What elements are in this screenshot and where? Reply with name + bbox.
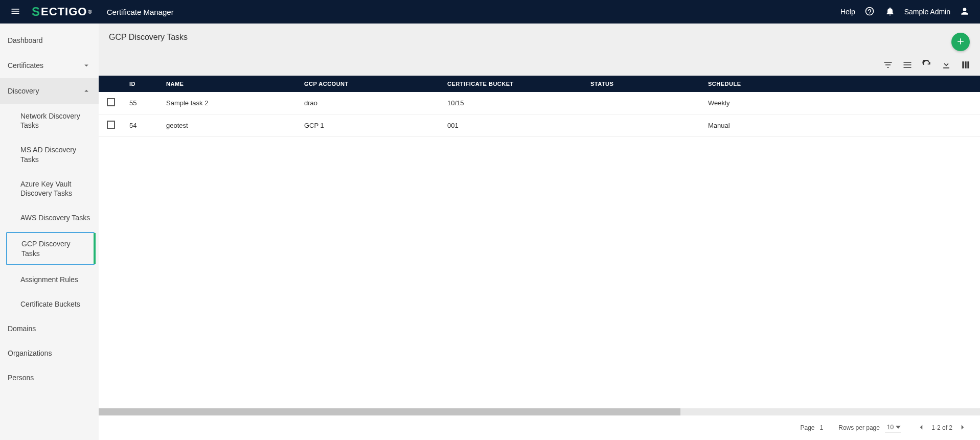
page-range-label: 1-2 of 2 bbox=[931, 424, 952, 431]
cell-account: drao bbox=[298, 92, 441, 114]
prev-page-button[interactable] bbox=[916, 423, 926, 433]
sidebar-item-label: Persons bbox=[8, 374, 34, 382]
columns-button[interactable] bbox=[961, 60, 971, 71]
sidebar-item-certificates[interactable]: Certificates bbox=[0, 53, 99, 78]
sidebar-subitem-gcp-discovery[interactable]: GCP Discovery Tasks bbox=[6, 232, 95, 265]
brand-logo: SECTIGO® bbox=[32, 5, 93, 19]
column-header-account[interactable]: GCP ACCOUNT bbox=[298, 76, 441, 92]
sidebar-item-label: Dashboard bbox=[8, 36, 43, 44]
sidebar-item-label: Certificate Buckets bbox=[20, 300, 80, 308]
sidebar-subitem-azure-discovery[interactable]: Azure Key Vault Discovery Tasks bbox=[0, 172, 99, 205]
chevron-up-icon bbox=[82, 86, 91, 96]
page-header: GCP Discovery Tasks bbox=[99, 24, 980, 57]
sidebar-item-label: Assignment Rules bbox=[20, 275, 78, 284]
app-title: Certificate Manager bbox=[107, 8, 174, 16]
refresh-icon bbox=[922, 60, 932, 72]
cell-name: Sample task 2 bbox=[160, 92, 298, 114]
column-header-bucket[interactable]: CERTIFICATE BUCKET bbox=[441, 76, 584, 92]
cell-schedule: Manual bbox=[702, 114, 980, 137]
brand-reg: ® bbox=[88, 9, 92, 15]
brand-text: ECTIGO bbox=[41, 5, 87, 18]
table-pagination: Page 1 Rows per page 10 1-2 of 2 bbox=[99, 415, 980, 440]
chevron-down-icon bbox=[82, 61, 91, 70]
filter-icon bbox=[883, 60, 893, 72]
user-menu-button[interactable] bbox=[959, 6, 971, 18]
table-scroll[interactable]: ID NAME GCP ACCOUNT CERTIFICATE BUCKET S… bbox=[99, 76, 980, 408]
sidebar-subitem-msad-discovery[interactable]: MS AD Discovery Tasks bbox=[0, 137, 99, 171]
sidebar-item-label: Discovery bbox=[8, 87, 39, 95]
cell-bucket: 001 bbox=[441, 114, 584, 137]
page-label: Page bbox=[801, 424, 815, 431]
horizontal-scrollbar[interactable] bbox=[99, 408, 980, 415]
download-icon bbox=[941, 60, 951, 72]
sidebar-scroll[interactable]: Dashboard Certificates Discovery Network… bbox=[0, 24, 99, 440]
menu-toggle-button[interactable] bbox=[9, 6, 21, 18]
page-title: GCP Discovery Tasks bbox=[109, 33, 188, 42]
refresh-button[interactable] bbox=[922, 60, 932, 71]
help-circle-icon bbox=[864, 6, 875, 18]
cell-status bbox=[584, 92, 702, 114]
person-icon bbox=[960, 6, 970, 18]
topbar: SECTIGO® Certificate Manager Help Sample… bbox=[0, 0, 980, 24]
row-checkbox[interactable] bbox=[107, 121, 115, 129]
sidebar-item-discovery[interactable]: Discovery bbox=[0, 78, 99, 104]
sidebar-item-label: Domains bbox=[8, 325, 36, 333]
sidebar-item-label: MS AD Discovery Tasks bbox=[20, 146, 76, 163]
sidebar-item-persons[interactable]: Persons bbox=[0, 365, 99, 390]
sidebar-item-label: Network Discovery Tasks bbox=[20, 112, 80, 129]
help-link[interactable]: Help bbox=[840, 8, 855, 16]
sidebar-subitem-assignment-rules[interactable]: Assignment Rules bbox=[0, 267, 99, 292]
table-row[interactable]: 54 geotest GCP 1 001 Manual bbox=[99, 114, 980, 137]
next-page-button[interactable] bbox=[958, 423, 968, 433]
cell-status bbox=[584, 114, 702, 137]
cell-id: 55 bbox=[123, 92, 160, 114]
cell-account: GCP 1 bbox=[298, 114, 441, 137]
rows-per-page-label: Rows per page bbox=[838, 424, 880, 431]
column-header-id[interactable]: ID bbox=[123, 76, 160, 92]
row-checkbox[interactable] bbox=[107, 98, 115, 106]
sidebar-item-label: Azure Key Vault Discovery Tasks bbox=[20, 180, 72, 197]
chevron-right-icon bbox=[958, 423, 967, 433]
chevron-left-icon bbox=[917, 423, 926, 433]
bell-icon bbox=[885, 6, 895, 18]
tasks-table: ID NAME GCP ACCOUNT CERTIFICATE BUCKET S… bbox=[99, 76, 980, 137]
sidebar-item-domains[interactable]: Domains bbox=[0, 316, 99, 341]
cell-schedule: Weekly bbox=[702, 92, 980, 114]
user-name-label: Sample Admin bbox=[904, 8, 950, 16]
sidebar-item-dashboard[interactable]: Dashboard bbox=[0, 28, 99, 53]
column-header-name[interactable]: NAME bbox=[160, 76, 298, 92]
filter-button[interactable] bbox=[883, 60, 893, 71]
table-row[interactable]: 55 Sample task 2 drao 10/15 Weekly bbox=[99, 92, 980, 114]
sidebar-item-organizations[interactable]: Organizations bbox=[0, 341, 99, 365]
columns-icon bbox=[961, 60, 971, 72]
cell-bucket: 10/15 bbox=[441, 92, 584, 114]
sidebar-subitem-certificate-buckets[interactable]: Certificate Buckets bbox=[0, 292, 99, 316]
page-value: 1 bbox=[820, 424, 824, 431]
group-button[interactable] bbox=[902, 60, 913, 71]
cell-id: 54 bbox=[123, 114, 160, 137]
column-header-status[interactable]: STATUS bbox=[584, 76, 702, 92]
sidebar-subitem-aws-discovery[interactable]: AWS Discovery Tasks bbox=[0, 205, 99, 230]
cell-name: geotest bbox=[160, 114, 298, 137]
notifications-button[interactable] bbox=[884, 6, 896, 18]
content-area: GCP Discovery Tasks ID NAME bbox=[99, 24, 980, 440]
sidebar-subitem-network-discovery[interactable]: Network Discovery Tasks bbox=[0, 104, 99, 137]
add-task-button[interactable] bbox=[951, 33, 970, 51]
download-button[interactable] bbox=[941, 60, 951, 71]
sidebar: Dashboard Certificates Discovery Network… bbox=[0, 24, 99, 440]
hamburger-icon bbox=[10, 6, 20, 18]
plus-icon bbox=[955, 36, 966, 48]
sidebar-item-label: GCP Discovery Tasks bbox=[21, 240, 70, 257]
sidebar-item-label: AWS Discovery Tasks bbox=[20, 214, 90, 222]
column-header-schedule[interactable]: SCHEDULE bbox=[702, 76, 980, 92]
table-toolbar bbox=[99, 57, 980, 76]
list-icon bbox=[902, 60, 913, 72]
help-icon-button[interactable] bbox=[863, 6, 876, 18]
rows-per-page-select[interactable]: 10 bbox=[885, 424, 901, 432]
sidebar-item-label: Certificates bbox=[8, 61, 43, 70]
sidebar-item-label: Organizations bbox=[8, 349, 52, 357]
